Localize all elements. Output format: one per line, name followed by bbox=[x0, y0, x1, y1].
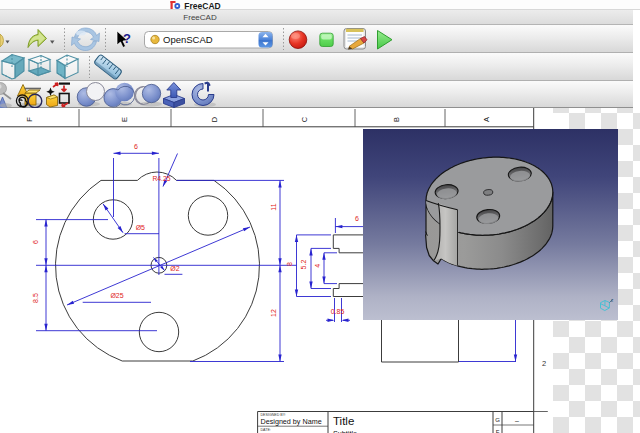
svg-text:8: 8 bbox=[286, 262, 293, 266]
svg-text:C: C bbox=[300, 116, 309, 122]
svg-text:–: – bbox=[515, 417, 519, 424]
svg-text:12: 12 bbox=[270, 309, 277, 317]
svg-text:Ø25: Ø25 bbox=[110, 292, 123, 299]
svg-text:2: 2 bbox=[542, 359, 546, 368]
svg-text:Ø5: Ø5 bbox=[136, 224, 145, 231]
svg-text:A: A bbox=[482, 117, 491, 122]
svg-text:Designed by Name: Designed by Name bbox=[261, 417, 322, 426]
svg-text:4: 4 bbox=[314, 264, 321, 268]
svg-text:B: B bbox=[392, 117, 401, 122]
svg-text:Ø2: Ø2 bbox=[170, 265, 179, 272]
svg-text:G: G bbox=[495, 417, 500, 423]
svg-text:Subtitle: Subtitle bbox=[333, 429, 357, 433]
svg-text:D: D bbox=[210, 116, 219, 122]
svg-text:5.2: 5.2 bbox=[300, 260, 307, 270]
svg-text:6: 6 bbox=[32, 240, 39, 244]
svg-text:6: 6 bbox=[355, 215, 359, 222]
svg-text:Title: Title bbox=[333, 415, 354, 427]
svg-text:z: z bbox=[611, 298, 614, 303]
svg-text:F: F bbox=[25, 117, 34, 122]
svg-text:DATE:: DATE: bbox=[261, 428, 271, 432]
svg-text:F: F bbox=[496, 429, 500, 433]
svg-text:OpenSCAD: OpenSCAD bbox=[163, 34, 213, 45]
svg-text:6: 6 bbox=[134, 143, 138, 150]
svg-text:DESIGNED BY:: DESIGNED BY: bbox=[261, 413, 286, 417]
svg-text:?: ? bbox=[123, 31, 131, 46]
svg-text:R4.25: R4.25 bbox=[152, 175, 170, 182]
svg-text:11: 11 bbox=[270, 203, 277, 210]
svg-text:E: E bbox=[120, 117, 129, 122]
svg-text:0.85: 0.85 bbox=[331, 308, 345, 315]
svg-text:8.5: 8.5 bbox=[32, 293, 39, 303]
